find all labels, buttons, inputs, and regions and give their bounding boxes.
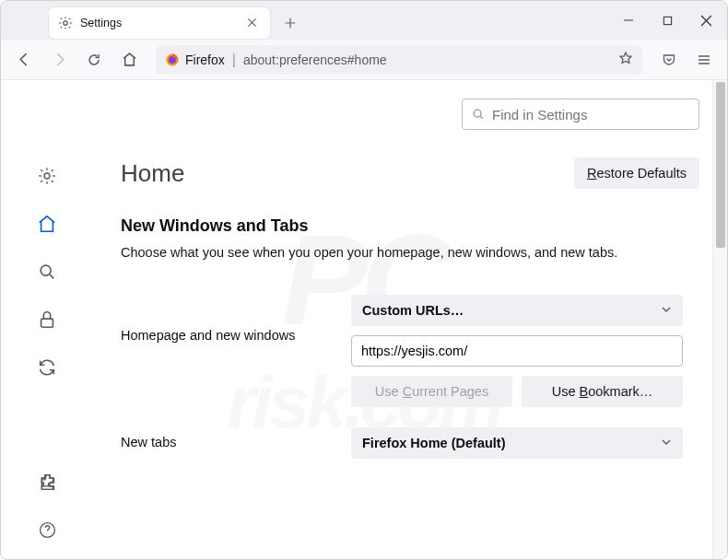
search-input[interactable] [462, 99, 699, 130]
search-field[interactable] [490, 106, 689, 123]
homepage-url-input[interactable] [351, 335, 683, 367]
newtabs-label: New tabs [121, 427, 323, 449]
svg-rect-1 [663, 17, 671, 24]
reload-button[interactable] [80, 46, 108, 74]
search-icon [472, 108, 485, 121]
app-menu-button[interactable] [690, 46, 718, 74]
use-current-pages-button[interactable]: Use Current Pages [351, 376, 512, 407]
back-button[interactable] [10, 46, 38, 74]
newtabs-select[interactable]: Firefox Home (Default) [351, 427, 683, 459]
sidebar-item-general[interactable] [34, 163, 60, 189]
chevron-down-icon [661, 303, 672, 318]
svg-rect-6 [41, 319, 53, 327]
svg-point-4 [44, 173, 50, 179]
forward-button[interactable] [45, 46, 73, 74]
homepage-select[interactable]: Custom URLs… [351, 295, 683, 326]
browser-tab[interactable]: Settings [49, 7, 270, 39]
chevron-down-icon [661, 436, 672, 450]
urlbar-separator: | [232, 52, 236, 68]
home-button[interactable] [115, 46, 143, 74]
close-icon[interactable] [246, 16, 261, 30]
pocket-button[interactable] [655, 46, 683, 74]
sidebar-item-extensions[interactable] [34, 469, 60, 495]
toolbar: Firefox | about:preferences#home [1, 40, 727, 80]
window-close-button[interactable] [696, 10, 716, 30]
maximize-button[interactable] [657, 10, 677, 30]
firefox-icon [165, 52, 180, 67]
svg-point-8 [474, 110, 481, 117]
sidebar-item-search[interactable] [34, 259, 60, 285]
identity-box[interactable]: Firefox [165, 52, 225, 67]
window-controls [618, 1, 716, 40]
url-bar[interactable]: Firefox | about:preferences#home [156, 45, 642, 75]
gear-icon [58, 16, 73, 30]
sidebar-item-sync[interactable] [34, 355, 60, 380]
minimize-button[interactable] [618, 10, 639, 30]
homepage-label: Homepage and new windows [121, 295, 323, 343]
tab-label: Settings [80, 17, 239, 29]
sidebar-item-help[interactable] [34, 517, 60, 542]
main-panel: Home Restore Defaults New Windows and Ta… [93, 80, 727, 560]
svg-point-5 [41, 265, 51, 275]
sidebar-item-home[interactable] [34, 211, 60, 237]
new-tab-button[interactable] [277, 10, 303, 36]
restore-defaults-button[interactable]: Restore Defaults [574, 158, 699, 189]
urlbar-path: about:preferences#home [243, 52, 387, 67]
use-bookmark-button[interactable]: Use Bookmark… [522, 376, 683, 407]
content-area: Home Restore Defaults New Windows and Ta… [1, 80, 727, 560]
sidebar [1, 80, 93, 560]
section-description: Choose what you see when you open your h… [121, 243, 699, 262]
newtabs-select-value: Firefox Home (Default) [362, 436, 506, 450]
identity-label: Firefox [185, 52, 225, 67]
page-title: Home [121, 159, 184, 188]
titlebar: Settings [1, 1, 727, 40]
svg-point-0 [64, 20, 67, 24]
section-heading: New Windows and Tabs [121, 216, 699, 236]
homepage-select-value: Custom URLs… [362, 303, 464, 318]
bookmark-star-icon[interactable] [618, 51, 633, 69]
sidebar-item-privacy[interactable] [34, 307, 60, 332]
